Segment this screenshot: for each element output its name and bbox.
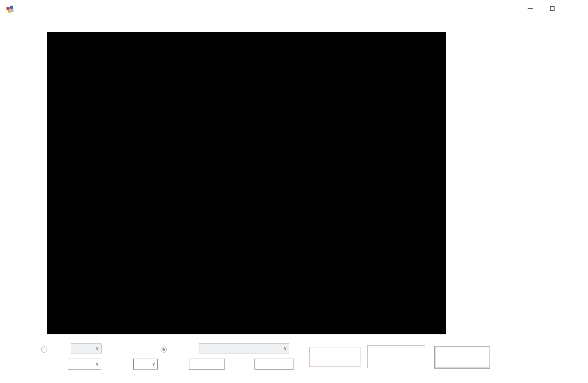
maximize-button[interactable] (544, 2, 560, 15)
chevron-down-icon: ∨ (96, 361, 99, 367)
serial-radio[interactable] (41, 346, 47, 353)
title-bar (0, 0, 588, 17)
usbtmc-address-combo[interactable]: ∨ (199, 343, 289, 353)
sweep-points-combo[interactable]: ∨ (133, 359, 158, 370)
app-icon (6, 5, 13, 13)
minimize-button[interactable] (522, 2, 538, 15)
clear-button[interactable] (435, 346, 490, 368)
chart-stage (47, 32, 446, 334)
maximize-icon (550, 6, 555, 11)
results-panel (459, 37, 586, 350)
chevron-down-icon: ∨ (96, 346, 99, 351)
apply-settings-button[interactable] (309, 347, 360, 367)
coord-system-combo[interactable]: ∨ (68, 359, 101, 370)
start-scan-button[interactable] (368, 346, 425, 368)
chevron-down-icon: ∨ (284, 346, 287, 351)
app-window: ∨ ∨ ∨ ∨ (0, 0, 588, 383)
close-button[interactable] (567, 2, 584, 15)
chevron-down-icon: ∨ (152, 361, 155, 367)
usbtmc-radio[interactable] (161, 346, 167, 353)
stop-freq-input[interactable] (254, 359, 294, 370)
start-freq-input[interactable] (189, 359, 225, 370)
minimize-icon (528, 8, 533, 9)
serial-port-combo[interactable]: ∨ (71, 343, 102, 353)
menubar (0, 17, 588, 32)
